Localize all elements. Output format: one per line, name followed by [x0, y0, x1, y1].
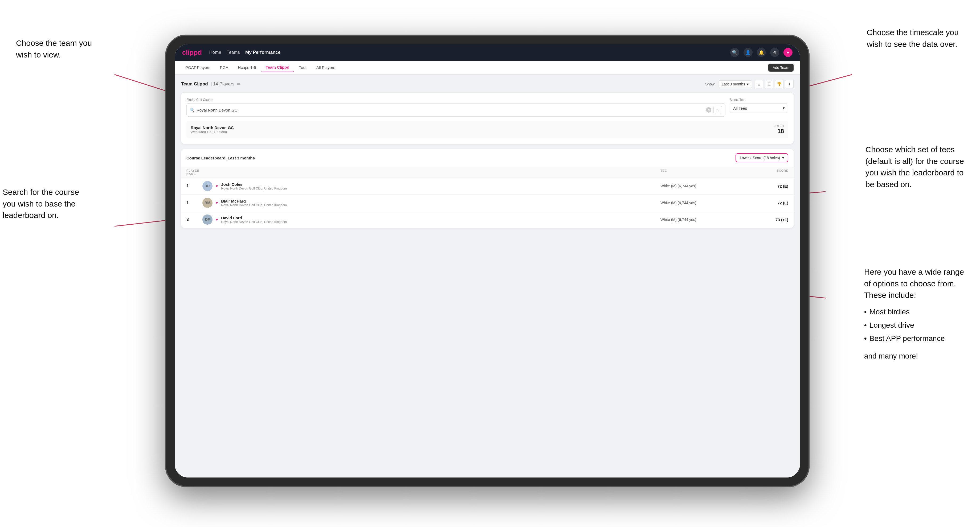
team-player-count: | 14 Players: [211, 81, 234, 87]
settings-icon-btn[interactable]: ⊕: [770, 48, 779, 57]
course-result-info: Royal North Devon GC Westward Ho!, Engla…: [191, 125, 234, 134]
player-club-3: Royal North Devon Golf Club, United King…: [221, 220, 287, 224]
score-type-chevron-icon: ▾: [782, 156, 784, 160]
bullet-list: Most birdies Longest drive Best APP perf…: [864, 305, 964, 346]
course-search-value[interactable]: Royal North Devon GC: [197, 108, 704, 112]
rank-2: 1: [186, 200, 189, 205]
nav-link-home[interactable]: Home: [209, 50, 221, 55]
table-row: 3 DF ♥ David Ford Royal North Devon Golf…: [181, 211, 794, 228]
col-header-empty: [202, 169, 660, 175]
show-controls: Show: Last 3 months ▾ ⊞ ☰ 🏆 ⬇: [705, 80, 794, 88]
trophy-view-btn[interactable]: 🏆: [775, 80, 783, 88]
time-period-value: Last 3 months: [722, 82, 745, 86]
player-score-3: 73 (+1): [740, 217, 788, 222]
rank-3: 3: [186, 217, 189, 222]
holes-value: 18: [773, 128, 784, 135]
secondary-nav-hcaps[interactable]: Hcaps 1-5: [234, 63, 260, 72]
annotation-middle-right: Choose which set of tees (default is all…: [865, 144, 964, 190]
course-search-section: Find a Golf Course 🔍 Royal North Devon G…: [181, 93, 794, 144]
course-result-name: Royal North Devon GC: [191, 125, 234, 130]
player-name-3: David Ford: [221, 216, 287, 220]
col-header-player: PLAYER NAME: [186, 169, 202, 175]
grid-view-btn[interactable]: ⊞: [755, 80, 763, 88]
score-type-value: Lowest Score (18 holes): [740, 156, 780, 160]
nav-link-teams[interactable]: Teams: [227, 50, 240, 55]
course-holes-box: Holes 18: [773, 125, 784, 135]
rank-wrap-2: 1: [186, 200, 202, 205]
secondary-nav-pgat[interactable]: PGAT Players: [181, 63, 215, 72]
bullet-item-1: Most birdies: [864, 305, 964, 319]
player-club-1: Royal North Devon Golf Club, United King…: [221, 187, 287, 190]
tee-select-label: Select Tee: [730, 98, 788, 102]
secondary-nav-tour[interactable]: Tour: [295, 63, 311, 72]
team-header: Team Clippd | 14 Players ✏ Show: Last 3 …: [181, 80, 794, 88]
player-avatar-3: DF: [202, 214, 213, 225]
heart-icon-2[interactable]: ♥: [216, 201, 218, 205]
score-type-dropdown[interactable]: Lowest Score (18 holes) ▾: [735, 153, 788, 162]
leaderboard-table-header: PLAYER NAME TEE SCORE: [181, 167, 794, 178]
course-search-input-row[interactable]: 🔍 Royal North Devon GC ✕ ☆: [186, 103, 725, 117]
tee-select-dropdown[interactable]: All Tees ▾: [730, 103, 788, 113]
time-period-dropdown[interactable]: Last 3 months ▾: [718, 80, 752, 88]
nav-icons: 🔍 👤 🔔 ⊕ ●: [730, 48, 792, 57]
profile-icon-btn[interactable]: 👤: [743, 48, 752, 57]
edit-team-icon[interactable]: ✏: [237, 82, 240, 87]
secondary-nav-teamclippd[interactable]: Team Clippd: [261, 63, 294, 72]
tee-field-wrap: Select Tee All Tees ▾: [730, 98, 788, 113]
search-clear-btn[interactable]: ✕: [706, 107, 711, 113]
course-result-row: Royal North Devon GC Westward Ho!, Engla…: [186, 121, 788, 138]
player-name-1: Josh Coles: [221, 182, 287, 187]
heart-icon-3[interactable]: ♥: [216, 217, 218, 222]
find-course-label: Find a Golf Course: [186, 98, 725, 102]
tablet-screen: clippd Home Teams My Performance 🔍 👤 🔔 ⊕…: [175, 44, 800, 478]
notifications-icon-btn[interactable]: 🔔: [757, 48, 766, 57]
bullet-item-3: Best APP performance: [864, 332, 964, 345]
secondary-nav: PGAT Players PGA Hcaps 1-5 Team Clippd T…: [175, 61, 800, 75]
search-icon: 🔍: [190, 108, 194, 112]
rank-wrap-3: 3: [186, 217, 202, 222]
player-score-2: 72 (E): [740, 201, 788, 205]
annotation-bottom-left: Search for the course you wish to base t…: [3, 186, 79, 221]
player-details-1: Josh Coles Royal North Devon Golf Club, …: [221, 182, 287, 190]
search-row: Find a Golf Course 🔍 Royal North Devon G…: [186, 98, 788, 117]
team-name: Team Clippd: [181, 81, 208, 87]
heart-icon-1[interactable]: ♥: [216, 184, 218, 188]
dropdown-chevron-icon: ▾: [747, 82, 749, 86]
player-tee-1: White (M) (6,744 yds): [660, 184, 740, 188]
player-info-2: BM ♥ Blair McHarg Royal North Devon Golf…: [202, 198, 660, 208]
annotation-top-right: Choose the timescale you wish to see the…: [867, 27, 959, 50]
course-result-location: Westward Ho!, England: [191, 130, 234, 134]
avatar-btn[interactable]: ●: [783, 48, 792, 57]
secondary-nav-pga[interactable]: PGA: [216, 63, 233, 72]
search-field-wrap: Find a Golf Course 🔍 Royal North Devon G…: [186, 98, 725, 117]
col-header-tee: TEE: [660, 169, 740, 175]
and-more-text: and many more!: [864, 351, 964, 361]
search-favorite-btn[interactable]: ☆: [713, 106, 722, 114]
table-row: 1 JC ♥ Josh Coles Royal North Devon Golf…: [181, 178, 794, 195]
search-icon-btn[interactable]: 🔍: [730, 48, 739, 57]
leaderboard-section: Course Leaderboard, Last 3 months Lowest…: [181, 149, 794, 228]
rank-1: 1: [186, 184, 189, 189]
leaderboard-title: Course Leaderboard, Last 3 months: [186, 156, 255, 160]
nav-links: Home Teams My Performance: [209, 50, 281, 55]
secondary-nav-allplayers[interactable]: All Players: [312, 63, 339, 72]
col-header-score: SCORE: [740, 169, 788, 175]
tee-select-chevron-icon: ▾: [783, 106, 785, 110]
app-logo: clippd: [182, 48, 202, 57]
export-btn[interactable]: ⬇: [785, 80, 794, 88]
add-team-button[interactable]: Add Team: [768, 63, 794, 71]
team-title-area: Team Clippd | 14 Players ✏: [181, 81, 240, 87]
annotation-bottom-right: Here you have a wide range of options to…: [864, 266, 964, 361]
list-view-btn[interactable]: ☰: [765, 80, 773, 88]
nav-link-myperformance[interactable]: My Performance: [245, 50, 280, 55]
rank-wrap-1: 1: [186, 184, 202, 189]
nav-bar: clippd Home Teams My Performance 🔍 👤 🔔 ⊕…: [175, 44, 800, 61]
holes-label: Holes: [773, 125, 784, 128]
table-row: 1 BM ♥ Blair McHarg Royal North Devon Go…: [181, 195, 794, 211]
annotation-top-left: Choose the team you wish to view.: [16, 37, 92, 60]
leaderboard-header: Course Leaderboard, Last 3 months Lowest…: [181, 149, 794, 167]
player-details-3: David Ford Royal North Devon Golf Club, …: [221, 216, 287, 224]
player-score-1: 72 (E): [740, 184, 788, 189]
player-avatar-2: BM: [202, 198, 213, 208]
player-tee-2: White (M) (6,744 yds): [660, 201, 740, 205]
